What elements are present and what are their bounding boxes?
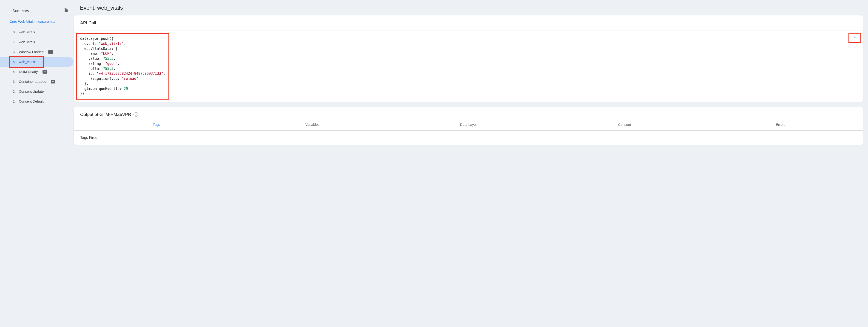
tree-header[interactable]: Core Web Vitals measurem… — [0, 17, 73, 26]
event-list: 8 web_vitals 7 web_vitals 6 Window Loade… — [0, 27, 73, 106]
code-key: delta — [89, 67, 99, 71]
event-num: 7 — [10, 40, 15, 44]
code-key: rating — [89, 62, 101, 66]
output-tabs: Tags Variables Data Layer Consent Errors — [74, 119, 863, 130]
event-label: web_vitals — [19, 60, 35, 64]
event-label: Window Loaded — [19, 50, 44, 54]
event-item[interactable]: 4 DOM Ready — [0, 67, 73, 77]
code-str: "LCP" — [101, 52, 111, 56]
code-key: id — [89, 71, 93, 76]
event-num: 1 — [10, 99, 15, 103]
code-key: value — [89, 57, 99, 61]
code-key: name — [89, 52, 97, 56]
sidebar: Summary Core Web Vitals measurem… 8 web_… — [0, 0, 73, 327]
event-item[interactable]: 8 web_vitals — [0, 27, 73, 37]
event-item[interactable]: 1 Consent Default — [0, 96, 73, 106]
event-item[interactable]: 3 Container Loaded — [0, 77, 73, 86]
output-card: Output of GTM-PMZ5VPR ? Tags Variables D… — [73, 107, 863, 145]
code-key: event — [84, 41, 95, 46]
event-num: 8 — [10, 30, 15, 34]
collapse-button[interactable] — [848, 33, 861, 43]
api-call-card: API Call dataLayer.push({ event: "web_vi… — [73, 15, 863, 102]
summary-label[interactable]: Summary — [12, 9, 29, 13]
code-badge-icon — [42, 70, 47, 73]
event-item[interactable]: 6 Window Loaded — [0, 47, 73, 57]
tree-header-label: Core Web Vitals measurem… — [10, 20, 55, 24]
help-icon[interactable]: ? — [133, 112, 138, 117]
event-label: Consent Update — [19, 89, 44, 93]
chevron-down-icon — [4, 20, 7, 24]
code-num: 29 — [124, 87, 128, 91]
event-label: web_vitals — [19, 30, 35, 34]
event-label: web_vitals — [19, 40, 35, 44]
code-str: "good" — [105, 62, 118, 66]
code-str: "web_vitals" — [99, 41, 124, 46]
tab-tags[interactable]: Tags — [79, 119, 235, 130]
code-key: gtm.uniqueEventId — [84, 87, 120, 91]
event-label: Consent Default — [19, 99, 44, 103]
event-num: 4 — [10, 70, 15, 73]
output-header: Output of GTM-PMZ5VPR ? — [74, 107, 863, 119]
code-str: "reload" — [122, 77, 138, 81]
api-call-header: API Call — [74, 16, 863, 31]
event-num: 6 — [10, 50, 15, 54]
code-badge-icon — [48, 50, 53, 54]
tab-errors[interactable]: Errors — [703, 119, 859, 130]
code-key: navigationType — [89, 77, 118, 81]
code-num: 755.5 — [103, 67, 113, 71]
event-num: 3 — [10, 80, 15, 84]
page-title: Event: web_vitals — [73, 5, 863, 15]
code-fn: dataLayer.push — [80, 36, 109, 41]
event-item[interactable]: 2 Consent Update — [0, 86, 73, 96]
event-label: DOM Ready — [19, 70, 38, 73]
api-call-body: dataLayer.push({ event: "web_vitals", we… — [74, 31, 863, 102]
event-item[interactable]: 7 web_vitals — [0, 37, 73, 47]
event-label: Container Loaded — [19, 80, 46, 84]
output-header-label: Output of GTM-PMZ5VPR — [80, 112, 131, 117]
code-str: "v4-1723538582424-9497606937133" — [97, 71, 163, 76]
clear-icon[interactable] — [63, 8, 68, 14]
code-num: 755.5 — [103, 57, 113, 61]
tab-consent[interactable]: Consent — [547, 119, 703, 130]
tags-fired-label: Tags Fired — [74, 130, 863, 145]
event-item-selected[interactable]: 5 web_vitals — [0, 57, 73, 67]
api-call-code: dataLayer.push({ event: "web_vitals", we… — [76, 33, 169, 99]
summary-row: Summary — [0, 5, 73, 17]
chevron-up-icon — [852, 35, 857, 41]
main-panel: Event: web_vitals API Call dataLayer.pus… — [73, 0, 868, 327]
code-key: webVitalsData — [84, 47, 111, 51]
event-num: 5 — [10, 60, 15, 64]
tab-data-layer[interactable]: Data Layer — [391, 119, 547, 130]
tab-variables[interactable]: Variables — [235, 119, 391, 130]
event-num: 2 — [10, 89, 15, 93]
code-badge-icon — [51, 80, 55, 84]
